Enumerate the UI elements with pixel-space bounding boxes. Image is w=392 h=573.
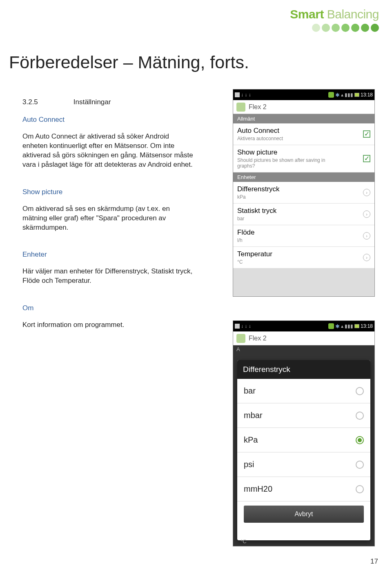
pref-temperature[interactable]: Temperatur °C › bbox=[233, 247, 374, 269]
unit-dialog: Differenstryck bar mbar kPa psi mmH20 A bbox=[237, 360, 370, 540]
chevron-right-icon: › bbox=[363, 210, 370, 218]
om-body: Kort information om programmet. bbox=[22, 320, 194, 330]
section-header-units: Enheter bbox=[233, 172, 374, 182]
showpicture-body: Om aktiverad så ses en skärmdump (av t.e… bbox=[22, 204, 194, 233]
screenshot-settings: ↓ ↓ ↓ ✱ ▴ ▮▮▮ 13:18 Flex 2 Allmänt Auto … bbox=[233, 89, 375, 297]
status-bar: ↓ ↓ ↓ ✱ ▴ ▮▮▮ 13:18 bbox=[233, 321, 374, 331]
page-number: 17 bbox=[370, 557, 378, 566]
app-icon bbox=[236, 103, 245, 112]
app-status-icon bbox=[328, 323, 334, 329]
autoconnect-body: Om Auto Connect är aktiverad så söker An… bbox=[22, 132, 194, 170]
pref-title: Show picture bbox=[237, 148, 343, 157]
autoconnect-hdr: Auto Connect bbox=[22, 115, 194, 125]
checkbox-checked-icon[interactable] bbox=[363, 155, 370, 162]
app-bar: Flex 2 bbox=[233, 100, 374, 114]
app-bar: Flex 2 bbox=[233, 331, 374, 345]
page-title: Förberedelser – Mätning, forts. bbox=[9, 52, 249, 72]
section-header-general: Allmänt bbox=[233, 114, 374, 123]
dialog-title: Differenstryck bbox=[237, 360, 370, 379]
option-mbar[interactable]: mbar bbox=[237, 403, 370, 428]
brand-dots bbox=[290, 24, 379, 32]
enheter-body: Här väljer man enheter för Differenstryc… bbox=[22, 267, 194, 286]
wifi-icon: ▴ bbox=[341, 323, 343, 329]
option-mmh2o[interactable]: mmH20 bbox=[237, 477, 370, 501]
section-label: Inställningar bbox=[74, 98, 111, 106]
chevron-right-icon: › bbox=[363, 189, 370, 196]
dimmed-header: A bbox=[233, 345, 374, 353]
cancel-button[interactable]: Avbryt bbox=[244, 506, 364, 523]
pref-show-picture[interactable]: Show picture Should pictures be shown af… bbox=[233, 145, 374, 172]
checkbox-checked-icon[interactable] bbox=[363, 130, 370, 138]
pref-static-pressure[interactable]: Statiskt tryck bar › bbox=[233, 204, 374, 225]
app-title: Flex 2 bbox=[249, 335, 267, 342]
enheter-hdr: Enheter bbox=[22, 250, 194, 260]
chevron-right-icon: › bbox=[363, 254, 370, 261]
option-psi[interactable]: psi bbox=[237, 452, 370, 477]
app-status-icon bbox=[328, 92, 334, 98]
brand-bold: Smart bbox=[290, 7, 324, 21]
clock: 13:18 bbox=[361, 92, 373, 98]
wifi-icon: ▴ bbox=[341, 92, 343, 98]
status-bar: ↓ ↓ ↓ ✱ ▴ ▮▮▮ 13:18 bbox=[233, 90, 374, 100]
option-kpa[interactable]: kPa bbox=[237, 428, 370, 452]
clock: 13:18 bbox=[361, 323, 373, 329]
chevron-right-icon: › bbox=[363, 232, 370, 239]
section-number: 3.2.5 bbox=[22, 98, 71, 106]
bluetooth-icon: ✱ bbox=[335, 323, 340, 329]
battery-icon bbox=[354, 93, 359, 97]
pref-diff-pressure[interactable]: Differenstryck kPa › bbox=[233, 182, 374, 204]
pref-sub: Should pictures be shown after saving in… bbox=[237, 157, 343, 169]
bluetooth-icon: ✱ bbox=[335, 92, 340, 98]
dimmed-sub: °C bbox=[237, 537, 250, 545]
brand-light: Balancing bbox=[324, 7, 379, 21]
radio-selected-icon[interactable] bbox=[356, 436, 364, 444]
showpicture-hdr: Show picture bbox=[22, 188, 194, 197]
app-icon bbox=[236, 334, 245, 343]
radio-icon[interactable] bbox=[356, 412, 364, 420]
signal-icon: ▮▮▮ bbox=[345, 92, 353, 98]
om-hdr: Om bbox=[22, 304, 194, 313]
radio-icon[interactable] bbox=[356, 461, 364, 469]
signal-icon: ▮▮▮ bbox=[345, 323, 353, 329]
brand-logo: Smart Balancing bbox=[290, 7, 379, 32]
radio-icon[interactable] bbox=[356, 387, 364, 395]
option-bar[interactable]: bar bbox=[237, 379, 370, 403]
screenshot-unit-dialog: ↓ ↓ ↓ ✱ ▴ ▮▮▮ 13:18 Flex 2 A Differenstr… bbox=[233, 320, 375, 546]
body-text: 3.2.5 Inställningar Auto Connect Om Auto… bbox=[22, 98, 194, 348]
pref-sub: Aktivera autoconnect bbox=[237, 136, 283, 141]
app-title: Flex 2 bbox=[249, 103, 267, 111]
pref-auto-connect[interactable]: Auto Connect Aktivera autoconnect bbox=[233, 123, 374, 145]
pref-title: Auto Connect bbox=[237, 127, 283, 135]
pref-flow[interactable]: Flöde l/h › bbox=[233, 225, 374, 247]
radio-icon[interactable] bbox=[356, 485, 364, 493]
battery-icon bbox=[354, 324, 359, 328]
